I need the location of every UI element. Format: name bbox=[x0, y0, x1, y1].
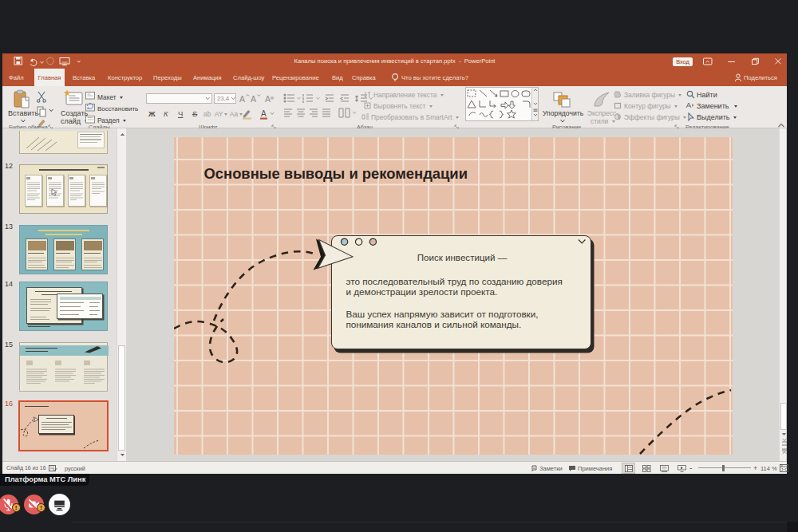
svg-text:A: A bbox=[251, 94, 256, 104]
svg-text:А: А bbox=[261, 109, 267, 118]
svg-text:A: A bbox=[265, 94, 271, 104]
svg-text:A: A bbox=[239, 94, 245, 104]
